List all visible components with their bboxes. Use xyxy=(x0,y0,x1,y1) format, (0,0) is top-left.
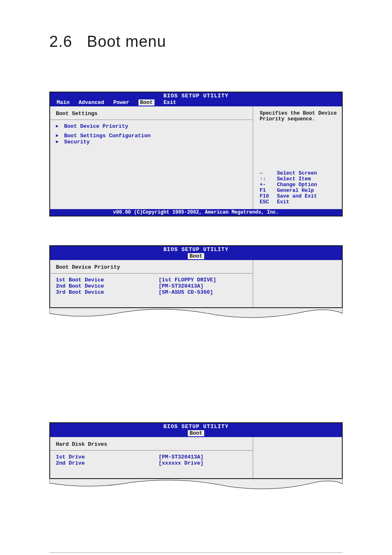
nav-label: Save and Exit xyxy=(277,193,317,199)
row-value[interactable]: [SM-ASUS CD-S360] xyxy=(159,289,250,295)
bios-screen-hard-disk-drives: BIOS SETUP UTILITY Boot Hard Disk Drives… xyxy=(49,422,343,479)
nav-help-block: ↔Select Screen ↑↓Select Item +-Change Op… xyxy=(260,170,338,205)
divider xyxy=(50,450,253,451)
bios-menu-bar: Main Advanced Power Boot Exit xyxy=(50,99,342,106)
nav-key: +- xyxy=(260,182,277,188)
bios-help-pane xyxy=(253,437,342,478)
bios-left-pane: Boot Device Priority 1st Boot Device[1st… xyxy=(50,260,253,307)
page-footer-rule xyxy=(49,552,343,553)
nav-key: F10 xyxy=(260,193,277,199)
tab-exit[interactable]: Exit xyxy=(164,99,176,106)
bios-title: BIOS SETUP UTILITY xyxy=(50,423,342,430)
tab-main[interactable]: Main xyxy=(57,99,69,106)
bios-screen-boot-priority: BIOS SETUP UTILITY Boot Boot Device Prio… xyxy=(49,245,343,308)
submenu-security[interactable]: ▶ Security xyxy=(56,139,250,145)
row-label[interactable]: 2nd Boot Device xyxy=(56,283,159,289)
section-number: 2.6 xyxy=(49,33,82,51)
submenu-arrow-icon: ▶ xyxy=(56,133,64,138)
divider xyxy=(50,273,253,274)
tab-boot[interactable]: Boot xyxy=(188,430,204,436)
row-label[interactable]: 1st Boot Device xyxy=(56,277,159,283)
row-value[interactable]: [1st FLOPPY DRIVE] xyxy=(159,277,250,283)
tab-boot[interactable]: Boot xyxy=(138,99,154,106)
tab-power[interactable]: Power xyxy=(113,99,129,106)
bios-menu-bar: Boot xyxy=(50,253,342,260)
nav-label: Select Item xyxy=(277,176,311,182)
nav-label: Exit xyxy=(277,199,289,205)
bios-title: BIOS SETUP UTILITY xyxy=(50,92,342,99)
torn-edge xyxy=(49,478,343,491)
submenu-boot-settings-config[interactable]: ▶ Boot Settings Configuration xyxy=(56,133,250,139)
tab-advanced[interactable]: Advanced xyxy=(78,99,104,106)
nav-key: ↑↓ xyxy=(260,176,277,182)
torn-edge xyxy=(49,307,343,320)
help-text: Specifies the Boot Device Priority seque… xyxy=(260,111,338,122)
bios-help-pane xyxy=(253,260,342,307)
submenu-label: Boot Device Priority xyxy=(64,123,128,129)
bios-menu-bar: Boot xyxy=(50,430,342,437)
nav-key: ↔ xyxy=(260,170,277,176)
bios-left-pane: Hard Disk Drives 1st Drive[PM-ST320413A]… xyxy=(50,437,253,478)
section-heading: 2.6 Boot menu xyxy=(49,33,343,51)
submenu-boot-device-priority[interactable]: ▶ Boot Device Priority xyxy=(56,123,250,129)
pane-heading: Boot Settings xyxy=(56,111,250,117)
bios-help-pane: Specifies the Boot Device Priority seque… xyxy=(253,106,342,209)
bios-left-pane: Boot Settings ▶ Boot Device Priority ▶ B… xyxy=(50,106,253,209)
tab-boot[interactable]: Boot xyxy=(188,253,204,259)
nav-label: Change Option xyxy=(277,182,317,188)
row-value[interactable]: [PM-ST320413A] xyxy=(159,283,250,289)
nav-label: Select Screen xyxy=(277,170,317,176)
bios-footer: v00.00 (C)Copyright 1985-2002, American … xyxy=(50,209,342,216)
submenu-label: Boot Settings Configuration xyxy=(64,133,151,139)
row-label[interactable]: 1st Drive xyxy=(56,454,159,460)
submenu-arrow-icon: ▶ xyxy=(56,139,64,144)
nav-key: F1 xyxy=(260,188,277,193)
pane-heading: Hard Disk Drives xyxy=(56,441,250,448)
pane-heading: Boot Device Priority xyxy=(56,264,250,271)
section-title-text: Boot menu xyxy=(87,33,166,50)
nav-key: ESC xyxy=(260,199,277,205)
bios-screen-boot-settings: BIOS SETUP UTILITY Main Advanced Power B… xyxy=(49,92,343,216)
row-value[interactable]: [xxxxxx Drive] xyxy=(159,460,250,466)
submenu-arrow-icon: ▶ xyxy=(56,123,64,129)
row-label[interactable]: 3rd Boot Device xyxy=(56,289,159,295)
nav-label: General Help xyxy=(277,188,314,193)
row-label[interactable]: 2nd Drive xyxy=(56,460,159,466)
divider xyxy=(50,120,253,120)
bios-title: BIOS SETUP UTILITY xyxy=(50,246,342,253)
submenu-label: Security xyxy=(64,139,90,145)
row-value[interactable]: [PM-ST320413A] xyxy=(159,454,250,460)
